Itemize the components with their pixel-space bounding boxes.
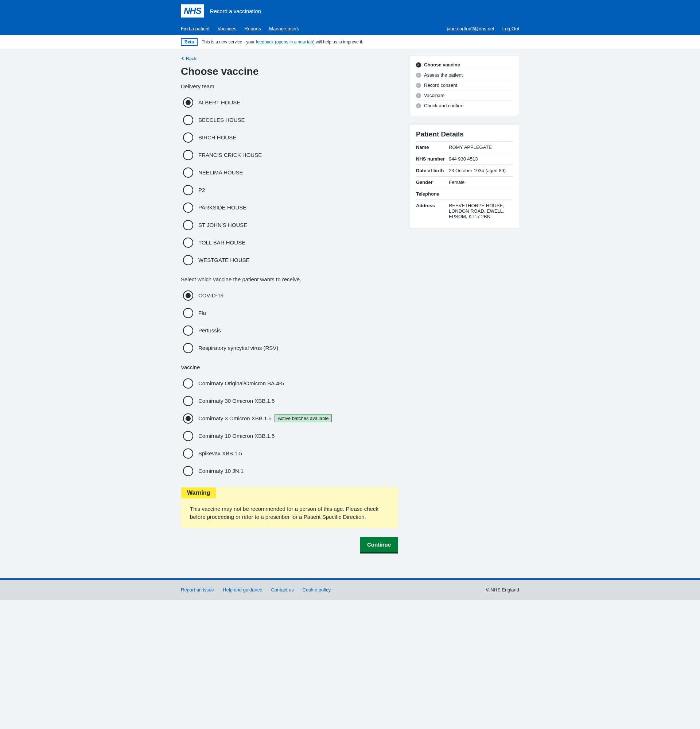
delivery-team-label: P2 [196,187,205,193]
footer-link-cookie-policy[interactable]: Cookie policy [303,587,331,592]
phase-text: This is a new service - your [201,39,256,45]
delivery-team-label: BECCLES HOUSE [196,117,245,123]
vaccine-radio[interactable] [181,429,196,443]
vaccine-type-radio[interactable] [181,323,196,338]
step-check-and-confirm: ✓Check and confirm [416,101,513,110]
delivery-team-radio[interactable] [181,113,196,127]
vaccine-type-radio[interactable] [181,306,196,320]
patient-field-value [449,191,513,197]
vaccine-type-label: Flu [196,310,206,316]
vaccine-label: Comirnaty Original/Omicron BA.4-5 [196,380,284,386]
vaccine-type-item: Respiratory syncytial virus (RSV) [181,341,398,355]
delivery-team-label: WESTGATE HOUSE [196,257,250,263]
step-label: Record consent [424,83,457,88]
delivery-team-radios: ALBERT HOUSEBECCLES HOUSEBIRCH HOUSEFRAN… [181,95,398,267]
warning-label: Warning [181,488,216,498]
step-status-icon: ✓ [416,103,421,108]
warning-panel: Warning This vaccine may not be recommen… [181,487,398,528]
step-status-icon: ✓ [416,83,421,88]
back-link[interactable]: Back [181,56,197,61]
nav-link-vaccines[interactable]: Vaccines [217,26,236,31]
delivery-team-radio[interactable] [181,165,196,180]
vaccine-type-label: COVID-19 [196,292,223,298]
vaccine-type-item: COVID-19 [181,288,398,303]
active-batches-tag: Active batches available [274,414,332,422]
delivery-team-radio[interactable] [181,200,196,215]
patient-field-label: Date of birth [416,168,449,173]
vaccine-radio[interactable] [181,411,196,426]
vaccine-item: Comirnaty 10 Omicron XBB.1.5 [181,429,398,443]
patient-row: NameROMY APPLEGATE [416,141,513,153]
delivery-team-label: TOLL BAR HOUSE [196,240,245,245]
delivery-team-radio[interactable] [181,148,196,163]
step-label: Choose vaccine [424,62,460,67]
delivery-team-label: ALBERT HOUSE [196,99,240,106]
copyright: © NHS England [486,587,519,592]
phase-banner: Beta This is a new service - your feedba… [0,35,700,49]
delivery-team-item: BIRCH HOUSE [181,130,398,145]
patient-field-value: REEVETHORPE HOUSE, LONDON ROAD, EWELL, E… [449,203,513,219]
delivery-team-radio[interactable] [181,183,196,197]
user-email-link[interactable]: jane.carlton2@nhs.net [446,26,494,31]
patient-field-value: Female [449,180,513,185]
vaccine-type-radio[interactable] [181,341,196,355]
warning-text: This vaccine may not be recommended for … [181,498,398,528]
vaccine-radio[interactable] [181,376,196,391]
step-assess-the-patient: ✓Assess the patient [416,70,513,80]
patient-row: GenderFemale [416,176,513,188]
page-title: Choose vaccine [181,66,398,77]
step-choose-vaccine: ✓Choose vaccine [416,60,513,70]
step-record-consent: ✓Record consent [416,80,513,90]
delivery-team-radio[interactable] [181,130,196,145]
patient-field-value: 23 October 1934 (aged 89) [449,168,513,173]
delivery-team-item: WESTGATE HOUSE [181,253,398,267]
nhs-logo: NHS [181,4,204,17]
vaccine-type-radio[interactable] [181,288,196,303]
delivery-team-radio[interactable] [181,218,196,232]
nav-link-manage-users[interactable]: Manage users [269,26,299,31]
patient-field-label: Address [416,203,449,219]
patient-details-heading: Patient Details [410,125,519,141]
patient-row: AddressREEVETHORPE HOUSE, LONDON ROAD, E… [416,200,513,222]
delivery-team-item: P2 [181,183,398,197]
vaccine-radio[interactable] [181,464,196,478]
feedback-link[interactable]: feedback (opens in a new tab) [256,39,314,45]
patient-row: NHS number944 930 4513 [416,153,513,164]
delivery-team-item: TOLL BAR HOUSE [181,235,398,250]
delivery-team-radio[interactable] [181,235,196,250]
continue-button[interactable]: Continue [360,537,398,552]
vaccine-label: Comirnaty 3 Omicron XBB.1.5 [196,415,272,421]
vaccine-radio[interactable] [181,446,196,461]
step-vaccinate: ✓Vaccinate [416,90,513,101]
step-label: Check and confirm [424,103,464,108]
nav-link-find-a-patient[interactable]: Find a patient [181,26,210,31]
vaccine-type-label: Respiratory syncytial virus (RSV) [196,345,278,351]
vaccine-label: Comirnaty 10 JN.1 [196,468,243,474]
footer: Report an issueHelp and guidanceContact … [0,580,700,600]
step-status-icon: ✓ [416,62,421,67]
footer-link-help-and-guidance[interactable]: Help and guidance [223,587,262,592]
progress-card: ✓Choose vaccine✓Assess the patient✓Recor… [410,55,519,115]
nav-link-reports[interactable]: Reports [245,26,261,31]
footer-link-contact-us[interactable]: Contact us [271,587,293,592]
delivery-team-label: Delivery team [181,83,398,89]
vaccine-type-label: Select which vaccine the patient wants t… [181,276,398,282]
vaccine-label: Spikevax XBB.1.5 [196,450,242,456]
footer-link-report-an-issue[interactable]: Report an issue [181,587,214,592]
vaccine-type-item: Pertussis [181,323,398,338]
primary-nav: Find a patientVaccinesReportsManage user… [181,22,519,35]
patient-row: Date of birth23 October 1934 (aged 89) [416,164,513,176]
delivery-team-item: BECCLES HOUSE [181,113,398,127]
vaccine-radio[interactable] [181,394,196,408]
vaccine-item: Comirnaty Original/Omicron BA.4-5 [181,376,398,391]
delivery-team-label: NEELIMA HOUSE [196,169,243,176]
patient-field-label: NHS number [416,156,449,162]
delivery-team-radio[interactable] [181,253,196,267]
delivery-team-radio[interactable] [181,95,196,110]
delivery-team-item: FRANCIS CRICK HOUSE [181,148,398,163]
vaccine-type-label: Pertussis [196,327,221,334]
logout-link[interactable]: Log Out [502,26,519,31]
delivery-team-item: NEELIMA HOUSE [181,165,398,180]
patient-row: Telephone [416,188,513,200]
vaccine-radios: Comirnaty Original/Omicron BA.4-5Comirna… [181,376,398,478]
